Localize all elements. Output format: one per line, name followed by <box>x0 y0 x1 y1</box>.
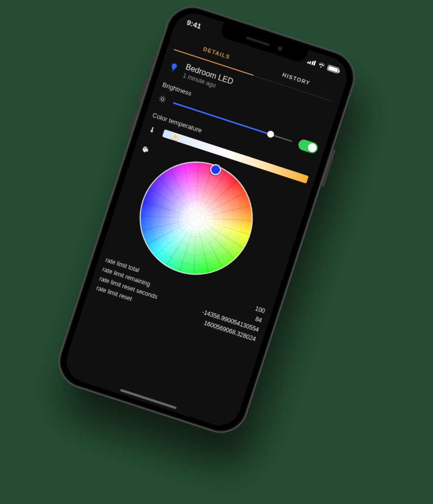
palette-icon <box>140 145 151 157</box>
color-wheel-marker[interactable] <box>209 163 222 177</box>
bulb-icon <box>168 62 180 73</box>
attribute-value: 84 <box>254 315 263 324</box>
svg-line-2 <box>161 101 162 102</box>
svg-line-7 <box>159 100 160 101</box>
battery-icon <box>327 64 340 74</box>
phone-mockup: 9:41 Details History <box>51 0 362 440</box>
sun-icon <box>157 94 168 104</box>
thermometer-icon <box>147 125 158 135</box>
svg-line-6 <box>163 101 164 102</box>
cellular-signal-icon <box>307 59 316 66</box>
svg-line-3 <box>159 98 160 98</box>
status-time: 9:41 <box>186 18 203 30</box>
svg-line-1 <box>163 96 164 97</box>
svg-point-0 <box>161 97 164 101</box>
power-toggle[interactable] <box>297 138 319 155</box>
wifi-icon <box>317 62 326 69</box>
svg-line-8 <box>164 97 165 98</box>
speaker <box>246 36 270 46</box>
front-camera <box>277 45 282 51</box>
svg-line-5 <box>161 96 162 97</box>
attribute-value: 100 <box>254 305 266 315</box>
svg-line-4 <box>165 100 166 100</box>
